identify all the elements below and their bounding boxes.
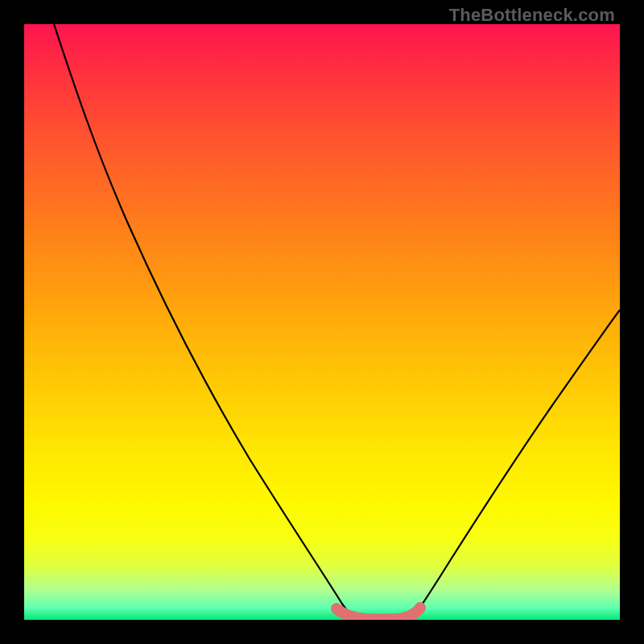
chart-container: TheBottleneck.com <box>0 0 644 644</box>
watermark-text: TheBottleneck.com <box>449 5 615 26</box>
curves-svg <box>24 24 620 620</box>
plot-area <box>24 24 620 620</box>
bottom-band <box>336 608 420 620</box>
right-curve <box>411 310 620 620</box>
left-curve <box>54 24 353 618</box>
